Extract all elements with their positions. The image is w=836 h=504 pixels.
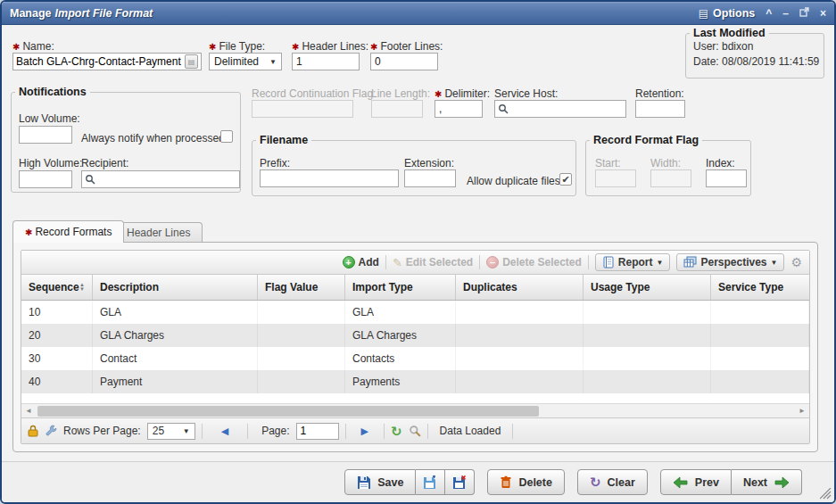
table-row[interactable]: 30 Contact Contacts <box>21 347 809 370</box>
cell-usage-type <box>584 370 711 393</box>
table-row[interactable]: 20 GLA Charges GLA Charges <box>21 324 809 347</box>
notifications-legend: Notifications <box>15 86 90 98</box>
chevron-down-icon: ▼ <box>657 259 664 267</box>
save-button-group: Save <box>344 469 475 495</box>
table-row[interactable]: 10 GLA GLA <box>21 301 809 324</box>
high-volume-input[interactable] <box>19 170 72 188</box>
extension-input[interactable] <box>404 169 456 187</box>
perspectives-button[interactable]: Perspectives ▼ <box>676 253 784 271</box>
dialog-title: ManageImport File Format <box>10 7 153 20</box>
table-row[interactable]: 40 Payment Payments <box>21 370 809 393</box>
line-length-label: Line Length: <box>371 87 430 100</box>
footer-lines-input[interactable] <box>370 53 438 70</box>
wrench-icon[interactable] <box>45 425 57 437</box>
expand-editor-icon[interactable]: ▤ <box>185 54 198 69</box>
page-input[interactable] <box>296 423 339 440</box>
column-header-duplicates[interactable]: Duplicates <box>456 275 584 300</box>
file-type-value: Delimited <box>214 55 259 68</box>
column-header-sequence[interactable]: Sequence ▲▼ <box>21 275 93 300</box>
save-and-close-button[interactable] <box>445 469 475 495</box>
tab-record-formats[interactable]: ✱ Record Formats <box>12 220 124 243</box>
resize-handle[interactable] <box>820 488 832 500</box>
column-header-import-type[interactable]: Import Type <box>345 275 456 300</box>
minimize-button[interactable]: – <box>782 8 789 19</box>
pager: Rows Per Page: 25 ▼ ◀ Page: ▶ ↻ <box>21 417 809 443</box>
popout-button[interactable] <box>799 7 809 19</box>
lock-icon[interactable] <box>28 425 38 437</box>
rows-per-page-select[interactable]: 25 ▼ <box>147 423 195 440</box>
search-button[interactable] <box>409 425 421 437</box>
cell-usage-type <box>584 301 711 324</box>
width-input <box>650 169 691 187</box>
checkmark-icon: ✔ <box>561 174 569 186</box>
record-formats-panel: + Add ✎ Edit Selected – Delete Selected <box>12 242 818 452</box>
header-lines-input[interactable] <box>292 53 360 70</box>
scroll-left-button[interactable]: ◄ <box>21 407 36 415</box>
page-label: Page: <box>261 425 289 437</box>
sort-icon[interactable]: ▲▼ <box>79 283 85 292</box>
retention-input[interactable] <box>635 100 685 118</box>
delete-button[interactable]: Delete <box>487 469 565 495</box>
arrow-left-icon <box>673 476 689 489</box>
column-header-description[interactable]: Description <box>93 275 258 300</box>
save-and-new-button[interactable] <box>416 469 445 495</box>
last-modified-legend: Last Modified <box>690 27 769 39</box>
refresh-button[interactable]: ↻ <box>391 425 402 438</box>
close-icon: × <box>820 7 826 20</box>
delete-selected-button[interactable]: – Delete Selected <box>486 256 582 269</box>
prefix-input[interactable] <box>260 169 399 187</box>
column-header-usage-type[interactable]: Usage Type <box>584 275 711 300</box>
low-volume-label: Low Volume: <box>19 112 80 125</box>
cell-description: GLA <box>93 301 258 324</box>
scroll-track[interactable] <box>36 405 795 417</box>
name-input[interactable] <box>16 55 182 68</box>
gear-icon[interactable]: ⚙ <box>790 255 802 269</box>
index-input[interactable] <box>706 169 747 187</box>
cell-flag-value <box>258 324 345 347</box>
always-notify-label: Always notify when processed: <box>81 132 228 145</box>
allow-duplicates-checkbox[interactable]: ✔ <box>559 173 572 186</box>
scroll-thumb[interactable] <box>37 406 539 417</box>
rows-per-page-label: Rows Per Page: <box>63 425 141 437</box>
close-button[interactable]: × <box>820 8 826 19</box>
save-button[interactable]: Save <box>344 469 416 495</box>
manage-import-file-format-dialog: ManageImport File Format ▤ Options ^ – ×… <box>0 0 836 504</box>
prev-page-button[interactable]: ◀ <box>221 426 228 437</box>
scroll-right-button[interactable]: ► <box>795 407 809 415</box>
collapse-button[interactable]: ^ <box>766 8 772 19</box>
column-header-service-type[interactable]: Service Type <box>711 275 809 300</box>
report-button[interactable]: Report ▼ <box>595 253 671 271</box>
cell-service-type <box>711 347 809 370</box>
name-label: ✱Name: <box>12 40 54 53</box>
service-host-label: Service Host: <box>494 87 558 100</box>
search-icon[interactable] <box>498 103 509 114</box>
delimiter-input[interactable] <box>435 100 483 118</box>
cell-flag-value <box>258 347 345 370</box>
horizontal-scrollbar: ◄ ► <box>21 403 809 417</box>
chevron-down-icon: ▼ <box>771 259 778 267</box>
add-button[interactable]: + Add <box>343 256 379 269</box>
low-volume-input[interactable] <box>19 126 72 144</box>
edit-selected-button[interactable]: ✎ Edit Selected <box>393 256 473 269</box>
record-continuation-flag-input <box>252 100 353 118</box>
recipient-label: Recipient: <box>81 157 128 169</box>
filename-legend: Filename <box>256 134 311 146</box>
prev-button[interactable]: Prev <box>660 469 732 495</box>
options-button[interactable]: ▤ Options <box>699 7 756 20</box>
cell-service-type <box>711 301 809 324</box>
last-modified-fieldset: Last Modified User: bdixon Date: 08/08/2… <box>685 27 824 78</box>
always-notify-checkbox[interactable] <box>220 130 233 143</box>
service-host-input[interactable] <box>511 103 623 115</box>
column-header-flag-value[interactable]: Flag Value <box>258 275 345 300</box>
save-close-icon <box>452 475 467 490</box>
start-label: Start: <box>595 157 621 169</box>
clear-button[interactable]: ↻ Clear <box>577 469 648 495</box>
recipient-input[interactable] <box>98 173 236 186</box>
next-page-button[interactable]: ▶ <box>361 426 368 437</box>
next-button[interactable]: Next <box>732 469 802 495</box>
file-type-select[interactable]: Delimited ▼ <box>209 53 282 70</box>
dialog-body: ✱Name: ▤ ✱File Type: Delimited ▼ ✱Header… <box>2 25 834 502</box>
tab-header-lines[interactable]: Header Lines <box>114 222 203 243</box>
search-icon[interactable] <box>85 174 95 185</box>
arrow-right-icon <box>774 476 790 489</box>
